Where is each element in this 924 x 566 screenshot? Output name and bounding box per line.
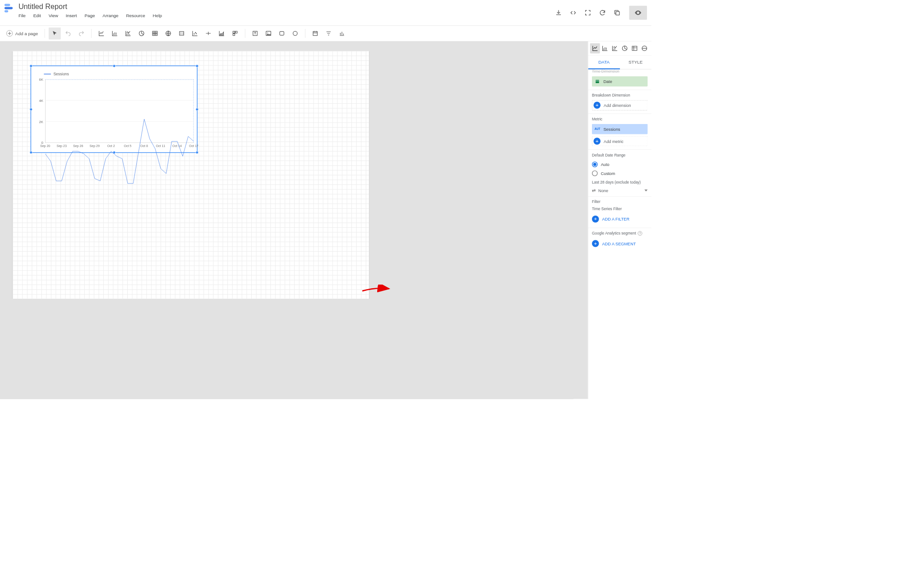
tool-table-icon[interactable]: [149, 28, 161, 40]
compare-arrows-icon: ⇄: [592, 188, 596, 193]
undo-button[interactable]: [62, 28, 74, 40]
add-dimension-label: Add dimension: [604, 103, 631, 108]
add-segment-button[interactable]: + ADD A SEGMENT: [592, 238, 647, 249]
tool-image-icon[interactable]: [262, 28, 274, 40]
menu-help[interactable]: Help: [153, 13, 162, 18]
report-title[interactable]: Untitled Report: [18, 3, 554, 11]
chart-type-combo-icon[interactable]: [610, 43, 620, 54]
metric-type-badge: AUT: [594, 125, 601, 133]
chart-type-geo-icon[interactable]: [640, 43, 650, 54]
report-canvas[interactable]: Sessions 0 2K 4K 6K Sep 20: [13, 51, 369, 299]
svg-point-14: [267, 32, 268, 33]
plus-icon: +: [592, 240, 599, 247]
chart-type-line-icon[interactable]: [590, 43, 600, 54]
tool-circle-icon[interactable]: [289, 28, 301, 40]
plus-icon: +: [592, 216, 599, 223]
view-button[interactable]: [629, 6, 647, 20]
svg-rect-2: [152, 31, 157, 35]
add-metric-button[interactable]: + Add metric: [592, 136, 647, 147]
annotation-arrow: [362, 285, 390, 294]
metric-chip[interactable]: AUT Sessions: [592, 124, 647, 134]
y-tick-label: 4K: [39, 99, 45, 102]
tool-rectangle-icon[interactable]: [276, 28, 288, 40]
time-series-chart[interactable]: Sessions 0 2K 4K 6K Sep 20: [31, 65, 198, 153]
section-time-dimension: Time Dimension: [592, 69, 647, 74]
metric-value: Sessions: [603, 127, 620, 132]
svg-point-8: [196, 33, 196, 34]
section-ga-segment: Google Analytics segment ?: [592, 231, 647, 236]
chart-type-pie-icon[interactable]: [620, 43, 630, 54]
select-tool[interactable]: [49, 28, 61, 40]
menu-file[interactable]: File: [18, 13, 26, 18]
svg-point-16: [293, 31, 297, 35]
add-filter-button[interactable]: + ADD A FILTER: [592, 214, 647, 225]
svg-point-6: [194, 34, 194, 34]
refresh-icon[interactable]: [598, 8, 607, 17]
y-tick-label: 6K: [39, 78, 45, 81]
help-icon[interactable]: ?: [638, 231, 642, 236]
time-dimension-chip[interactable]: Date: [592, 76, 647, 87]
plus-circle-icon: [6, 30, 13, 37]
fullscreen-icon[interactable]: [583, 8, 592, 17]
svg-text:2.1: 2.1: [180, 32, 183, 35]
calendar-icon: [594, 78, 601, 85]
tool-filter-icon[interactable]: [323, 28, 335, 40]
app-logo: [5, 4, 15, 14]
date-range-auto[interactable]: Auto: [592, 160, 647, 169]
svg-rect-17: [313, 32, 317, 36]
tool-date-range-icon[interactable]: [309, 28, 321, 40]
legend-label: Sessions: [53, 72, 69, 76]
svg-point-7: [195, 32, 195, 33]
properties-panel: DATA STYLE Time Dimension Date Breakdown…: [588, 41, 651, 399]
tab-style[interactable]: STYLE: [620, 55, 651, 69]
tool-geo-icon[interactable]: [162, 28, 174, 40]
tool-pivot-icon[interactable]: [229, 28, 241, 40]
compare-value: None: [596, 188, 644, 193]
menu-view[interactable]: View: [49, 13, 58, 18]
svg-rect-11: [233, 34, 235, 36]
menu-resource[interactable]: Resource: [126, 13, 145, 18]
tool-scorecard-icon[interactable]: 2.1: [176, 28, 188, 40]
date-range-note: Last 28 days (exclude today): [592, 180, 647, 185]
download-icon[interactable]: [554, 8, 563, 17]
tool-line-chart-icon[interactable]: [95, 28, 107, 40]
svg-rect-0: [616, 12, 619, 15]
comparison-dropdown[interactable]: ⇄ None: [592, 188, 647, 193]
add-dimension-button[interactable]: + Add dimension: [592, 100, 647, 110]
date-range-custom[interactable]: Custom: [592, 169, 647, 178]
svg-rect-9: [233, 31, 235, 33]
menu-arrange[interactable]: Arrange: [102, 13, 118, 18]
section-date-range: Default Date Range: [592, 153, 647, 157]
tab-data[interactable]: DATA: [588, 55, 620, 69]
radio-checked-icon: [592, 161, 598, 167]
section-metric: Metric: [592, 117, 647, 121]
tool-pie-chart-icon[interactable]: [135, 28, 148, 40]
menu-edit[interactable]: Edit: [33, 13, 41, 18]
chevron-down-icon: [644, 189, 647, 191]
tool-bar-chart-icon[interactable]: [109, 28, 121, 40]
date-auto-label: Auto: [601, 162, 610, 167]
plus-icon: +: [594, 138, 601, 145]
chart-type-bar-icon[interactable]: [600, 43, 610, 54]
copy-icon[interactable]: [613, 8, 622, 17]
section-breakdown: Breakdown Dimension: [592, 93, 647, 98]
menu-insert[interactable]: Insert: [66, 13, 77, 18]
redo-button[interactable]: [75, 28, 88, 40]
series-line: [45, 79, 194, 228]
filter-subheading: Time Series Filter: [592, 207, 647, 211]
chart-type-table-icon[interactable]: [630, 43, 640, 54]
tool-scatter-icon[interactable]: [189, 28, 201, 40]
tool-combo-chart-icon[interactable]: [122, 28, 134, 40]
section-filter: Filter: [592, 200, 647, 204]
chart-body: Sessions 0 2K 4K 6K Sep 20: [31, 66, 197, 152]
tool-text-icon[interactable]: [249, 28, 261, 40]
tool-area-icon[interactable]: [216, 28, 228, 40]
radio-unchecked-icon: [592, 170, 598, 176]
tool-bullet-icon[interactable]: [202, 28, 214, 40]
svg-rect-10: [235, 31, 237, 33]
menu-page[interactable]: Page: [84, 13, 95, 18]
date-custom-label: Custom: [601, 171, 615, 176]
embed-icon[interactable]: [569, 8, 578, 17]
tool-data-control-icon[interactable]: [336, 28, 348, 40]
add-page-button[interactable]: Add a page: [4, 30, 41, 37]
